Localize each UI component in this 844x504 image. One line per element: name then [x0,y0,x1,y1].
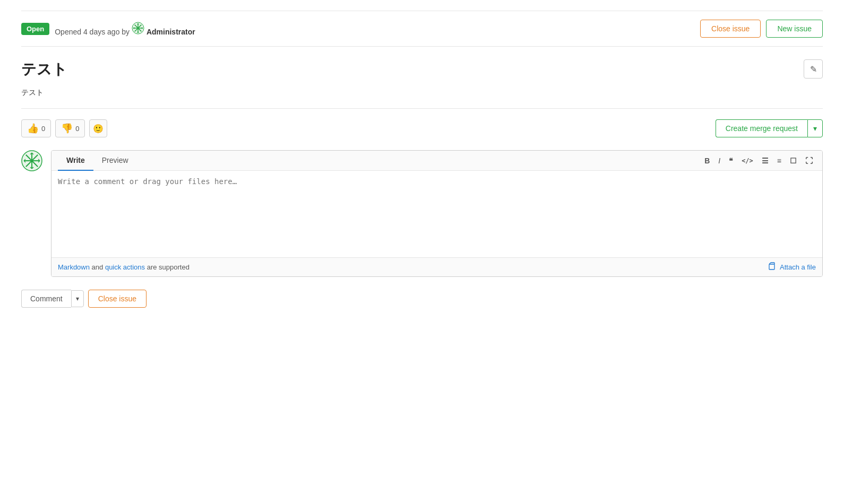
author-name: Administrator [147,28,195,36]
unordered-list-button[interactable]: ☰ [759,154,772,167]
opened-info-text: Opened 4 days ago by [55,22,195,36]
supported-text: are supported [147,263,190,271]
reactions-list: 👍 0 👎 0 🙂 [21,119,107,137]
editor-toolbar: B I ❝ </> ☰ ≡ [701,154,816,167]
pencil-icon: ✎ [810,64,817,74]
merge-request-dropdown-button[interactable]: ▾ [807,119,823,137]
attach-file-label: Attach a file [780,263,816,271]
thumbs-up-emoji: 👍 [27,123,39,134]
issue-description: テスト [21,88,823,109]
comment-button-group: Comment ▾ [21,290,84,308]
comment-section: Write Preview B I ❝ </> [21,150,823,277]
close-issue-header-button[interactable]: Close issue [700,20,761,38]
emoji-picker-button[interactable]: 🙂 [89,119,107,137]
thumbs-up-reaction[interactable]: 👍 0 [21,119,51,137]
comment-action-buttons: Comment ▾ Close issue [21,290,823,308]
ordered-list-icon: ≡ [777,157,781,165]
markdown-link[interactable]: Markdown [58,263,90,271]
fullscreen-icon: ⛶ [805,157,813,165]
comment-editor-footer: Markdown and quick actions are supported [51,257,822,276]
attach-file-button[interactable]: Attach a file [768,262,816,272]
thumbs-down-count: 0 [75,125,79,133]
attach-icon [768,262,777,272]
thumbs-down-reaction[interactable]: 👎 0 [55,119,85,137]
issue-title: テスト [21,59,67,80]
issue-status-section: Open Opened 4 days ago by [21,22,195,36]
bold-button[interactable]: B [701,154,713,167]
blockquote-icon: ❝ [729,157,733,165]
reactions-bar: 👍 0 👎 0 🙂 Create merge request ▾ [21,119,823,137]
editor-tab-list: Write Preview [58,151,137,170]
open-status-badge: Open [21,23,49,35]
comment-dropdown-button[interactable]: ▾ [71,290,84,307]
new-issue-button[interactable]: New issue [766,20,823,38]
fullscreen-button[interactable]: ⛶ [802,154,816,167]
checklist-button[interactable]: ☐ [787,154,800,167]
code-button[interactable]: </> [738,155,756,167]
commenter-avatar [21,150,42,171]
unordered-list-icon: ☰ [762,157,769,165]
code-icon: </> [742,157,753,164]
merge-request-actions: Create merge request ▾ [716,119,823,137]
comment-box: Write Preview B I ❝ </> [51,150,823,277]
opened-text: Opened 4 days ago by [55,28,130,36]
quick-actions-link[interactable]: quick actions [105,263,145,271]
checklist-icon: ☐ [790,157,797,165]
bold-label: B [704,157,710,165]
issue-header-actions: Close issue New issue [700,20,823,38]
thumbs-up-count: 0 [41,125,45,133]
chevron-down-icon: ▾ [76,295,79,302]
comment-editor-tabs: Write Preview B I ❝ </> [51,151,822,171]
svg-rect-26 [769,264,774,270]
and-text: and [92,263,105,271]
create-merge-request-button[interactable]: Create merge request [716,119,807,137]
thumbs-down-emoji: 👎 [61,123,73,134]
markdown-info: Markdown and quick actions are supported [58,263,190,271]
issue-title-section: テスト ✎ [21,59,823,80]
ordered-list-button[interactable]: ≡ [774,154,785,167]
write-tab[interactable]: Write [58,151,93,171]
smiley-icon: 🙂 [93,124,104,134]
close-issue-action-button[interactable]: Close issue [88,290,147,308]
italic-label: I [718,157,720,165]
italic-button[interactable]: I [715,154,724,167]
blockquote-button[interactable]: ❝ [726,154,736,167]
edit-issue-button[interactable]: ✎ [804,59,823,79]
preview-tab[interactable]: Preview [93,151,137,171]
issue-top-bar: Open Opened 4 days ago by [21,11,823,47]
admin-avatar-icon [132,22,144,34]
comment-button[interactable]: Comment [21,290,71,308]
chevron-down-icon: ▾ [813,124,817,133]
comment-textarea[interactable] [51,171,822,256]
